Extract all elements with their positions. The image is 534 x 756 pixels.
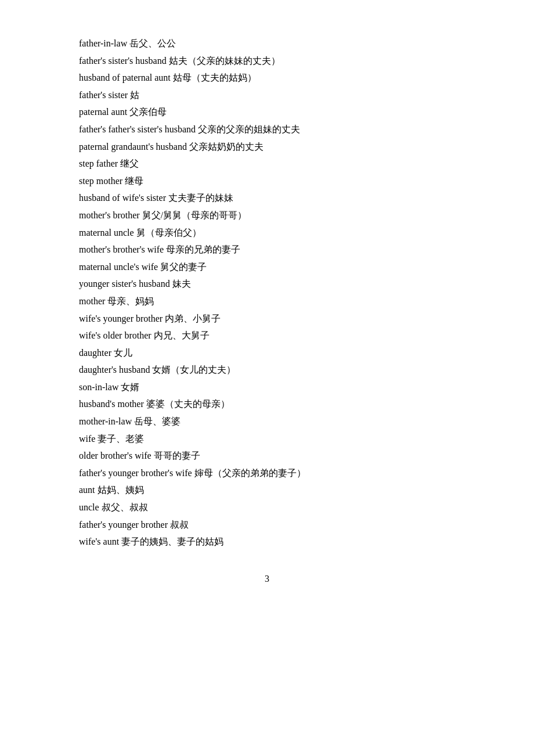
list-item: step mother 继母 <box>79 172 455 190</box>
list-item: wife's older brother 内兄、大舅子 <box>79 327 455 344</box>
list-item: wife's younger brother 内弟、小舅子 <box>79 310 455 327</box>
list-item: maternal uncle's wife 舅父的妻子 <box>79 258 455 276</box>
list-item: paternal aunt 父亲伯母 <box>79 103 455 121</box>
list-item: paternal grandaunt's husband 父亲姑奶奶的丈夫 <box>79 138 455 156</box>
list-item: older brother's wife 哥哥的妻子 <box>79 447 455 465</box>
list-item: mother 母亲、妈妈 <box>79 293 455 310</box>
list-item: father's father's sister's husband 父亲的父亲… <box>79 121 455 138</box>
list-item: maternal uncle 舅（母亲伯父） <box>79 224 455 242</box>
list-item: father's sister 姑 <box>79 87 455 104</box>
list-item: wife 妻子、老婆 <box>79 430 455 448</box>
list-item: husband of paternal aunt 姑母（丈夫的姑妈） <box>79 69 455 87</box>
list-item: daughter's husband 女婿（女儿的丈夫） <box>79 361 455 379</box>
list-item: mother's brother 舅父/舅舅（母亲的哥哥） <box>79 207 455 224</box>
list-item: father's younger brother's wife 婶母（父亲的弟弟… <box>79 465 455 482</box>
list-item: father's sister's husband 姑夫（父亲的妹妹的丈夫） <box>79 52 455 70</box>
list-item: husband of wife's sister 丈夫妻子的妹妹 <box>79 189 455 207</box>
list-item: uncle 叔父、叔叔 <box>79 499 455 516</box>
list-item: mother-in-law 岳母、婆婆 <box>79 413 455 430</box>
list-item: husband's mother 婆婆（丈夫的母亲） <box>79 395 455 413</box>
list-item: father-in-law 岳父、公公 <box>79 35 455 52</box>
list-item: step father 继父 <box>79 155 455 172</box>
page-number: 3 <box>79 574 455 584</box>
list-item: mother's brother's wife 母亲的兄弟的妻子 <box>79 241 455 258</box>
list-item: aunt 姑妈、姨妈 <box>79 481 455 499</box>
list-item: wife's aunt 妻子的姨妈、妻子的姑妈 <box>79 533 455 550</box>
list-item: son-in-law 女婿 <box>79 379 455 396</box>
list-item: younger sister's husband 妹夫 <box>79 275 455 293</box>
list-item: daughter 女儿 <box>79 344 455 362</box>
content-list: father-in-law 岳父、公公father's sister's hus… <box>79 35 455 550</box>
list-item: father's younger brother 叔叔 <box>79 516 455 534</box>
